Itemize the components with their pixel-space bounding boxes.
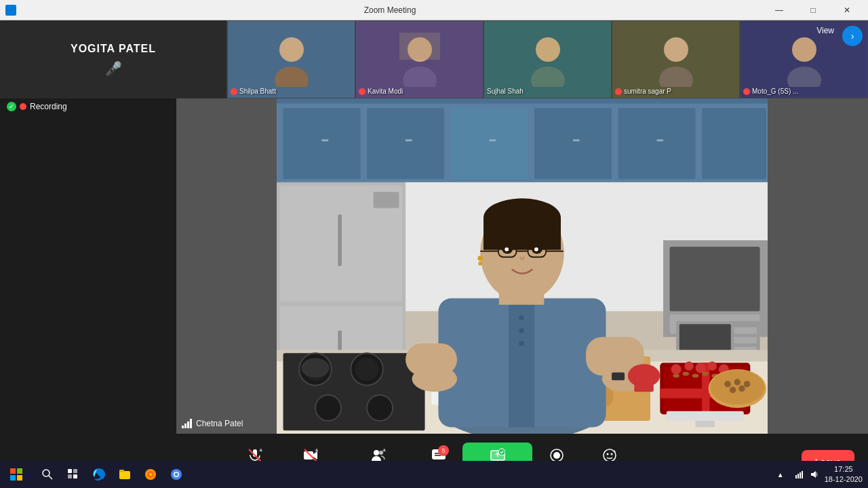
svg-point-95 (744, 381, 751, 388)
taskbar-chrome[interactable] (164, 462, 189, 487)
title-bar: Zoom Meeting — □ ✕ (0, 0, 868, 20)
svg-point-7 (664, 37, 688, 62)
taskbar-search[interactable] (35, 462, 60, 487)
svg-point-164 (149, 473, 152, 476)
signal-bar-4 (190, 419, 192, 428)
tray-expand[interactable]: ▲ (772, 461, 789, 488)
svg-rect-14 (283, 108, 361, 179)
minimize-button[interactable]: — (764, 2, 795, 18)
participant-thumb-4[interactable]: sumitra sagar P (612, 20, 740, 98)
svg-point-86 (702, 372, 709, 376)
svg-rect-156 (73, 469, 77, 473)
svg-point-47 (315, 395, 341, 421)
close-button[interactable]: ✕ (831, 2, 863, 18)
taskbar-edge[interactable] (87, 462, 111, 487)
svg-point-6 (531, 67, 565, 87)
svg-line-154 (49, 476, 52, 479)
svg-rect-89 (667, 411, 744, 421)
check-icon: ✓ (7, 102, 16, 111)
name-label-2: Kavita Modi (368, 88, 403, 95)
svg-rect-149 (10, 468, 16, 474)
svg-rect-155 (68, 469, 72, 473)
svg-point-49 (301, 358, 330, 378)
svg-rect-4 (399, 33, 440, 60)
svg-point-133 (374, 450, 379, 455)
svg-rect-19 (702, 108, 766, 179)
participant-name-2: Kavita Modi (359, 88, 403, 95)
mic-arrow-icon: ▲ (258, 447, 264, 453)
svg-point-85 (692, 374, 699, 378)
svg-point-9 (792, 37, 816, 62)
main-video-area (176, 98, 868, 434)
participant-name-5: Moto_G (5S) ... (743, 88, 798, 95)
svg-point-84 (683, 372, 690, 376)
svg-rect-108 (612, 373, 625, 380)
svg-point-102 (519, 328, 524, 333)
chat-badge: 5 (438, 445, 449, 456)
svg-point-101 (519, 315, 524, 320)
svg-point-118 (505, 247, 509, 251)
chevron-right-icon: › (842, 26, 863, 46)
system-clock: 17:25 18-12-2020 (825, 464, 863, 485)
date: 18-12-2020 (825, 474, 863, 485)
signal-bar-2 (184, 424, 186, 428)
svg-point-83 (673, 374, 679, 378)
svg-rect-170 (800, 472, 801, 478)
svg-point-144 (553, 452, 560, 459)
participant-strip: Shilpa Bhatt Kavita Modi (227, 20, 868, 98)
svg-point-10 (787, 67, 821, 87)
kitchen-scene (176, 98, 868, 434)
svg-point-96 (730, 387, 736, 394)
volume-icon (810, 470, 819, 479)
window-title: Zoom Meeting (16, 5, 764, 15)
taskbar-explorer[interactable] (113, 462, 137, 487)
svg-rect-150 (17, 468, 22, 474)
svg-rect-33 (670, 247, 760, 312)
svg-point-46 (355, 358, 378, 381)
participant-thumb-1[interactable]: Shilpa Bhatt (227, 20, 355, 98)
system-tray: ▲ 17:25 18-12-2020 (766, 461, 868, 488)
taskbar-task-view[interactable] (61, 462, 85, 487)
view-button[interactable]: › (837, 23, 868, 49)
taskbar-firefox[interactable] (138, 462, 163, 487)
svg-point-92 (710, 370, 764, 405)
svg-rect-13 (277, 98, 768, 104)
svg-rect-18 (618, 108, 696, 179)
svg-point-80 (696, 363, 706, 373)
participant-thumb-3[interactable]: Sujhal Shah (484, 20, 612, 98)
time: 17:25 (825, 464, 863, 474)
svg-point-103 (519, 341, 524, 346)
participant-thumb-2[interactable]: Kavita Modi (355, 20, 484, 98)
svg-point-1 (275, 67, 309, 87)
participant-name-4: sumitra sagar P (615, 88, 671, 95)
svg-point-125 (477, 256, 483, 261)
svg-point-78 (671, 364, 681, 374)
svg-rect-169 (797, 474, 799, 478)
start-button[interactable] (0, 461, 33, 488)
speaker-label: Chetna Patel (182, 419, 243, 428)
svg-rect-90 (696, 421, 715, 428)
mute-icon-4 (615, 88, 622, 95)
mute-icon-1 (231, 88, 237, 95)
participants-arrow-icon: ▲ (382, 447, 387, 453)
svg-text:+: + (613, 449, 616, 455)
svg-rect-168 (795, 475, 797, 478)
self-mute-icon: 🎤 (105, 60, 122, 77)
svg-rect-38 (734, 337, 757, 344)
restore-button[interactable]: □ (797, 2, 829, 18)
svg-point-126 (478, 261, 482, 265)
name-label-3: Sujhal Shah (487, 88, 524, 95)
svg-point-3 (403, 67, 437, 87)
taskbar: ▲ 17:25 18-12-2020 (0, 461, 868, 488)
participant-name-3: Sujhal Shah (487, 88, 524, 95)
svg-point-0 (279, 37, 304, 62)
window-controls: — □ ✕ (764, 2, 863, 18)
svg-rect-171 (802, 471, 803, 478)
svg-point-94 (734, 379, 741, 386)
svg-rect-37 (734, 327, 757, 334)
name-label-5: Moto_G (5S) ... (752, 88, 798, 95)
svg-point-48 (367, 395, 393, 421)
mute-icon-2 (359, 88, 366, 95)
app-icon (5, 5, 16, 16)
svg-rect-28 (338, 214, 342, 266)
